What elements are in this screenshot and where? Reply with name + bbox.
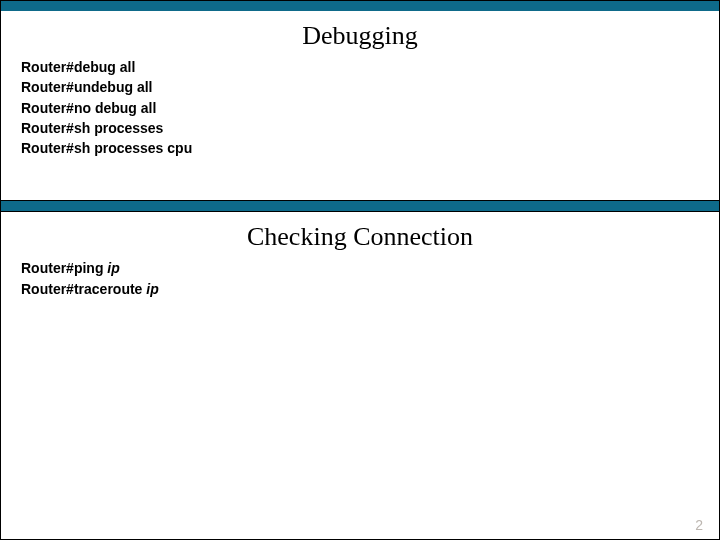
prompt: Router#: [21, 260, 74, 276]
cmd: sh processes: [74, 120, 164, 136]
command-list-debugging: Router#debug all Router#undebug all Rout…: [1, 57, 719, 170]
arg: ip: [146, 281, 158, 297]
prompt: Router#: [21, 79, 74, 95]
prompt: Router#: [21, 100, 74, 116]
section-title-debugging: Debugging: [1, 11, 719, 57]
top-accent-bar: [1, 1, 719, 11]
prompt: Router#: [21, 59, 74, 75]
slide: Debugging Router#debug all Router#undebu…: [0, 0, 720, 540]
cmd: no debug all: [74, 100, 156, 116]
divider-bar: [1, 200, 719, 212]
section-title-checking-connection: Checking Connection: [1, 212, 719, 258]
command-line: Router#sh processes: [21, 118, 699, 138]
prompt: Router#: [21, 140, 74, 156]
cmd: ping: [74, 260, 107, 276]
prompt: Router#: [21, 120, 74, 136]
page-number: 2: [695, 517, 703, 533]
command-line: Router#sh processes cpu: [21, 138, 699, 158]
command-line: Router#undebug all: [21, 77, 699, 97]
command-line: Router#no debug all: [21, 98, 699, 118]
cmd: sh processes cpu: [74, 140, 192, 156]
cmd: undebug all: [74, 79, 153, 95]
cmd: debug all: [74, 59, 135, 75]
cmd: traceroute: [74, 281, 146, 297]
command-list-connection: Router#ping ip Router#traceroute ip: [1, 258, 719, 311]
command-line: Router#traceroute ip: [21, 279, 699, 299]
prompt: Router#: [21, 281, 74, 297]
section-divider: [1, 200, 719, 212]
command-line: Router#ping ip: [21, 258, 699, 278]
arg: ip: [107, 260, 119, 276]
command-line: Router#debug all: [21, 57, 699, 77]
